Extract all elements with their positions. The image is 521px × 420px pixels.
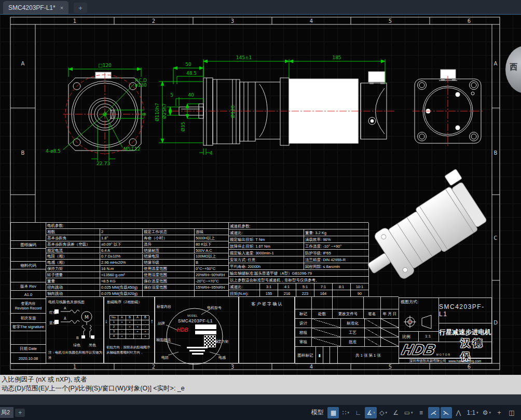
svg-text:C: C: [494, 235, 498, 241]
revision-panel-cell: [11, 223, 46, 241]
motor-spec-table: 电机参数:相数2额定工作状态连续基本步距角1.8°寿命（小时）5000H以上基本…: [46, 222, 228, 296]
excitation-table: No.ABĀB̄1++--2-++-3--++4+--+: [109, 315, 149, 338]
approval-table-cell: 校核: [295, 328, 312, 337]
excitation-table-cell: -: [126, 334, 134, 339]
lead-a-bar-label: Ā: [64, 317, 66, 320]
annotation-visibility-toggle-icon: ⋌: [431, 409, 437, 416]
logo-cell: HDB MOTOR 汉德保: [399, 342, 492, 358]
object-snap-tracking-toggle-icon: ∠: [393, 409, 399, 416]
annotation-autoscale-toggle-button[interactable]: ⋋: [441, 407, 452, 418]
hdb-logo-motor: MOTOR: [436, 353, 451, 356]
reducer-spec-table-cell: 8:1: [333, 283, 351, 290]
excitation-table-cell: -: [142, 320, 149, 325]
motor-spec-table-cell: 轴向跳动: [46, 291, 100, 297]
layout-tab[interactable]: 局2: [0, 407, 13, 418]
motor-spec-table-cell: 保持力矩: [46, 266, 100, 272]
reducer-spec-table-cell: 4:1: [278, 283, 296, 290]
inductance-label: 电感: [218, 355, 226, 360]
layout-add-tab-button[interactable]: +: [15, 409, 25, 417]
object-snap-toggle-button[interactable]: ▭▾: [403, 407, 415, 418]
annotation-scale-icon-button[interactable]: ⋀: [453, 407, 464, 418]
motor-spec-table-cell: 0°C~+50°C: [195, 266, 229, 272]
isodraft-toggle-icon: ◇: [379, 409, 384, 416]
snap-mode-toggle-button[interactable]: ∷▾: [340, 407, 351, 418]
workspace-gear-button[interactable]: ⚙▾: [481, 407, 492, 418]
polar-tracking-toggle-icon: ∡: [366, 409, 372, 416]
drawing-tab[interactable]: SMC4203PF-L1* ×: [3, 1, 68, 14]
file-tab-bar: SMC4203PF-L1* × +: [0, 0, 521, 15]
model-space-button[interactable]: 模型: [311, 408, 323, 417]
chevron-down-icon[interactable]: ▾: [347, 411, 349, 415]
motor-spec-table-cell: 6.4 A: [100, 248, 143, 254]
scale-label: 比例: [402, 334, 410, 340]
reducer-spec-table-cell: 安装方式: 任意: [229, 256, 304, 263]
svg-text:5: 5: [170, 92, 173, 98]
chevron-down-icon[interactable]: ▾: [476, 411, 478, 415]
svg-text:6: 6: [468, 364, 471, 370]
motor-spec-table-cell: 连续: [195, 229, 229, 235]
revision-panel-cell: 签字The signature: [11, 323, 46, 331]
chevron-down-icon[interactable]: ▾: [386, 411, 388, 415]
chevron-down-icon[interactable]: ▾: [373, 411, 375, 415]
crosshair-clean-screen-button[interactable]: +: [493, 407, 505, 418]
annotation-scale-value-icon: 1:1: [467, 409, 476, 416]
reducer-spec-table-cell: 减速比:: [229, 229, 304, 236]
svg-text:M: M: [85, 315, 89, 320]
reducer-spec-table-cell: 155: [260, 290, 278, 297]
approval-table-cell: [364, 297, 381, 309]
lineweight-toggle-button[interactable]: ≡: [416, 407, 427, 418]
lead-b-bar-label: B̄: [92, 336, 94, 340]
reducer-spec-table-cell: 防护等级: IP65: [304, 250, 369, 256]
reducer-spec-table-cell: 以上参数适合标准型号减速机，非标型号仅供参考。: [229, 277, 369, 283]
drawing-canvas[interactable]: 12 34 56 12 34 56 AB AB CD: [0, 15, 521, 375]
svg-text:48.5: 48.5: [186, 71, 197, 76]
revision-panel-cell: [11, 269, 46, 282]
svg-text:B: B: [494, 150, 498, 156]
chevron-down-icon[interactable]: ▾: [489, 411, 491, 415]
annotation-scale-value-button[interactable]: 1:1▾: [465, 407, 480, 418]
approval-table-cell: 年 月 日: [381, 309, 399, 319]
rated-current-label: 额定电流: [156, 337, 171, 343]
close-icon[interactable]: ×: [60, 5, 63, 11]
motor-spec-table-cell: 使用湿度范围: [143, 272, 195, 278]
svg-text:1: 1: [73, 18, 76, 24]
motor-spec-table-cell: 电感（相）: [46, 260, 100, 266]
object-snap-tracking-toggle-button[interactable]: ∠: [390, 407, 402, 418]
command-line[interactable]: 入比例因子 (nX 或 nXP), 或者 动态(D)/范围(E)/上一个(P)/…: [0, 375, 521, 395]
polar-tracking-toggle-button[interactable]: ∡▾: [365, 407, 376, 418]
approval-table-cell: [330, 347, 338, 364]
wire-green-label: 绿色: [73, 343, 80, 348]
excitation-title: 励磁顺序（2相励磁）: [107, 300, 153, 305]
motor-spec-table-cell: 保存温度范围: [143, 278, 195, 284]
viewcube-west-label[interactable]: 西: [510, 62, 517, 72]
isolate-objects-button[interactable]: ◫: [506, 407, 517, 418]
chevron-down-icon[interactable]: ▾: [411, 411, 413, 415]
annotation-visibility-toggle-button[interactable]: ⋌: [428, 407, 440, 418]
motor-spec-table-cell: -20°C~+70°C: [195, 278, 229, 284]
motor-spec-table-cell: 绝缘电阻: [143, 254, 195, 260]
ortho-toggle-button[interactable]: ∟: [352, 407, 364, 418]
grid-toggle-button[interactable]: ▦: [327, 407, 339, 418]
excitation-table-cell: 1: [110, 320, 118, 325]
approval-table-cell: 图样标记: [295, 347, 316, 364]
approval-table-cell: 标记: [295, 309, 312, 319]
isodraft-toggle-button[interactable]: ◇▾: [378, 407, 389, 418]
svg-text:4: 4: [310, 18, 313, 24]
motor-spec-table-cell: ≈13560 g.cm²: [100, 272, 143, 278]
new-drawing-tab-button[interactable]: +: [74, 3, 87, 13]
status-bar: 局2 + 模型 ▦∷▾∟∡▾◇▾∠▭▾≡⋌⋋⋀1:1▾⚙▾+◫: [0, 405, 521, 420]
motor-spec-table-cell: 电阻（相）: [46, 254, 100, 260]
approval-table-cell: [381, 337, 399, 347]
approval-table-cell: [312, 328, 341, 337]
motor-spec-table-cell: 16 N.m: [100, 266, 143, 272]
product-name: 行星减速步进电机: [440, 328, 491, 337]
iso-3d-view: [350, 169, 491, 291]
svg-text:B: B: [21, 150, 25, 156]
motor-spec-table-cell: 径向跳动: [46, 284, 100, 291]
reducer-spec-table-cell: 减速比:: [229, 283, 260, 290]
motor-spec-table-cell: 寿命（小时）: [143, 235, 195, 241]
svg-text:A: A: [494, 61, 498, 66]
reducer-spec-table-cell: 扭矩(N.m):: [229, 290, 260, 297]
svg-text:3: 3: [231, 364, 234, 370]
motor-spec-table-cell: [195, 291, 229, 297]
